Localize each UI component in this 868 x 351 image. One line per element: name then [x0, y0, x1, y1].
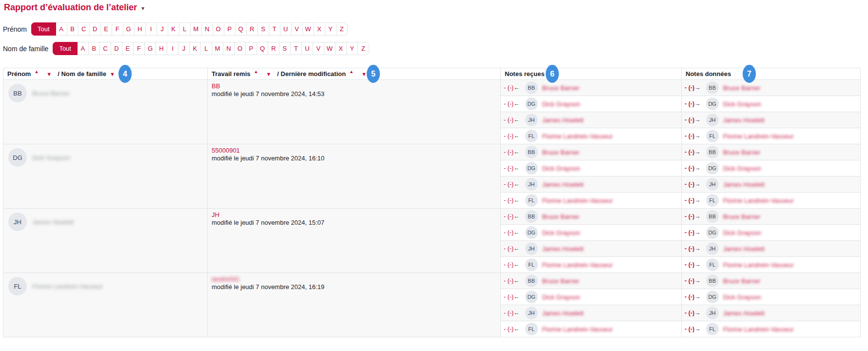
filter-letter-button[interactable]: K: [168, 22, 179, 36]
sort-lastname-link[interactable]: / Nom de famille: [58, 70, 106, 78]
filter-letter-button[interactable]: Y: [346, 42, 358, 55]
peer-name-link[interactable]: Dick Grayson: [723, 100, 761, 108]
sort-desc-icon[interactable]: ▼: [46, 71, 52, 77]
sort-asc-icon[interactable]: ▲: [254, 69, 258, 74]
filter-letter-button[interactable]: E: [100, 22, 112, 36]
filter-letter-button[interactable]: G: [123, 22, 135, 36]
sort-firstname-link[interactable]: Prénom: [7, 70, 31, 78]
filter-letter-button[interactable]: L: [179, 22, 191, 36]
peer-name-link[interactable]: Dick Grayson: [542, 229, 580, 236]
peer-name-link[interactable]: Bruce Barner: [723, 84, 761, 92]
filter-letter-button[interactable]: N: [201, 22, 213, 36]
filter-letter-button[interactable]: M: [190, 22, 202, 36]
filter-letter-button[interactable]: Z: [357, 42, 369, 55]
filter-letter-button[interactable]: R: [246, 22, 258, 36]
filter-letter-button[interactable]: V: [291, 22, 303, 36]
filter-letter-button[interactable]: Q: [256, 42, 268, 55]
sort-lastmodified-link[interactable]: / Dernière modification: [277, 70, 346, 78]
sort-asc-icon[interactable]: ▲: [34, 69, 39, 74]
filter-letter-button[interactable]: J: [178, 42, 190, 55]
filter-letter-button[interactable]: Q: [235, 22, 247, 36]
filter-letter-button[interactable]: C: [99, 42, 111, 55]
peer-name-link[interactable]: Bruce Barner: [542, 277, 580, 285]
peer-name-link[interactable]: Bruce Barner: [542, 213, 580, 220]
filter-letter-button[interactable]: X: [314, 22, 325, 36]
filter-letter-button[interactable]: O: [213, 22, 224, 36]
filter-letter-button[interactable]: U: [301, 42, 313, 55]
filter-letter-button[interactable]: L: [200, 42, 212, 55]
filter-letter-button[interactable]: C: [78, 22, 90, 36]
peer-name-link[interactable]: James Howlett: [723, 245, 765, 253]
filter-letter-button[interactable]: I: [167, 42, 178, 55]
peer-name-link[interactable]: Dick Grayson: [542, 165, 580, 172]
peer-name-link[interactable]: Bruce Barner: [542, 84, 580, 92]
filter-letter-button[interactable]: K: [189, 42, 201, 55]
peer-name-link[interactable]: Bruce Barner: [723, 277, 761, 285]
peer-name-link[interactable]: Florine Landrein-Vasseur: [723, 261, 794, 269]
peer-name-link[interactable]: Florine Landrein-Vasseur: [723, 326, 794, 333]
filter-letter-button[interactable]: B: [88, 42, 100, 55]
peer-name-link[interactable]: Bruce Barner: [542, 149, 580, 156]
peer-name-link[interactable]: Florine Landrein-Vasseur: [723, 133, 794, 140]
filter-letter-button[interactable]: S: [279, 42, 291, 55]
peer-name-link[interactable]: Bruce Barner: [723, 149, 761, 156]
filter-letter-button[interactable]: N: [223, 42, 235, 55]
filter-letter-button[interactable]: A: [56, 22, 67, 36]
submission-title-link[interactable]: 55000901: [212, 147, 240, 154]
filter-letter-button[interactable]: Z: [336, 22, 348, 36]
chevron-down-icon[interactable]: ▾: [141, 5, 144, 12]
filter-letter-button[interactable]: F: [133, 42, 145, 55]
filter-letter-button[interactable]: R: [268, 42, 279, 55]
sort-desc-icon[interactable]: ▼: [266, 71, 271, 77]
filter-letter-button[interactable]: D: [89, 22, 101, 36]
peer-name-link[interactable]: Dick Grayson: [723, 229, 761, 236]
submission-title-link[interactable]: JH: [212, 211, 219, 218]
filter-letter-button[interactable]: D: [111, 42, 122, 55]
peer-name-link[interactable]: Bruce Barner: [723, 213, 761, 220]
peer-name-link[interactable]: James Howlett: [542, 245, 584, 253]
filter-letter-button[interactable]: H: [156, 42, 167, 55]
peer-name-link[interactable]: Dick Grayson: [542, 100, 580, 108]
filter-letter-button[interactable]: P: [224, 22, 236, 36]
peer-name-link[interactable]: James Howlett: [542, 117, 584, 124]
sort-desc-icon[interactable]: ▼: [110, 71, 115, 77]
filter-letter-button[interactable]: X: [335, 42, 347, 55]
filter-all-button[interactable]: Tout: [31, 22, 56, 36]
peer-name-link[interactable]: Florine Landrein-Vasseur: [542, 326, 613, 333]
sort-desc-icon[interactable]: ▼: [361, 71, 367, 77]
filter-letter-button[interactable]: Y: [325, 22, 336, 36]
filter-letter-button[interactable]: W: [324, 42, 335, 55]
filter-letter-button[interactable]: S: [257, 22, 269, 36]
peer-name-link[interactable]: Florine Landrein-Vasseur: [542, 133, 613, 140]
filter-letter-button[interactable]: E: [122, 42, 134, 55]
sort-submission-link[interactable]: Travail remis: [212, 70, 251, 78]
filter-letter-button[interactable]: W: [302, 22, 314, 36]
peer-name-link[interactable]: James Howlett: [723, 181, 765, 188]
peer-name-link[interactable]: Florine Landrein-Vasseur: [542, 261, 613, 269]
filter-letter-button[interactable]: G: [144, 42, 156, 55]
filter-letter-button[interactable]: J: [157, 22, 168, 36]
filter-letter-button[interactable]: A: [77, 42, 89, 55]
peer-name-link[interactable]: Dick Grayson: [542, 293, 580, 301]
peer-name-link[interactable]: James Howlett: [542, 310, 584, 317]
filter-letter-button[interactable]: O: [234, 42, 246, 55]
filter-letter-button[interactable]: H: [134, 22, 146, 36]
filter-letter-button[interactable]: T: [269, 22, 280, 36]
filter-letter-button[interactable]: F: [112, 22, 123, 36]
peer-name-link[interactable]: Florine Landrein-Vasseur: [542, 197, 613, 204]
peer-name-link[interactable]: James Howlett: [542, 181, 584, 188]
peer-name-link[interactable]: Dick Grayson: [723, 293, 761, 301]
filter-letter-button[interactable]: U: [280, 22, 292, 36]
page-title[interactable]: Rapport d’évaluation de l’atelier: [4, 2, 137, 13]
filter-letter-button[interactable]: P: [245, 42, 257, 55]
filter-letter-button[interactable]: B: [67, 22, 79, 36]
peer-name-link[interactable]: James Howlett: [723, 310, 765, 317]
filter-letter-button[interactable]: V: [313, 42, 324, 55]
peer-name-link[interactable]: James Howlett: [723, 117, 765, 124]
peer-name-link[interactable]: Florine Landrein-Vasseur: [723, 197, 794, 204]
sort-asc-icon[interactable]: ▲: [349, 69, 354, 74]
filter-letter-button[interactable]: T: [290, 42, 302, 55]
filter-all-button[interactable]: Tout: [53, 42, 78, 55]
peer-name-link[interactable]: Dick Grayson: [723, 165, 761, 172]
filter-letter-button[interactable]: I: [145, 22, 157, 36]
